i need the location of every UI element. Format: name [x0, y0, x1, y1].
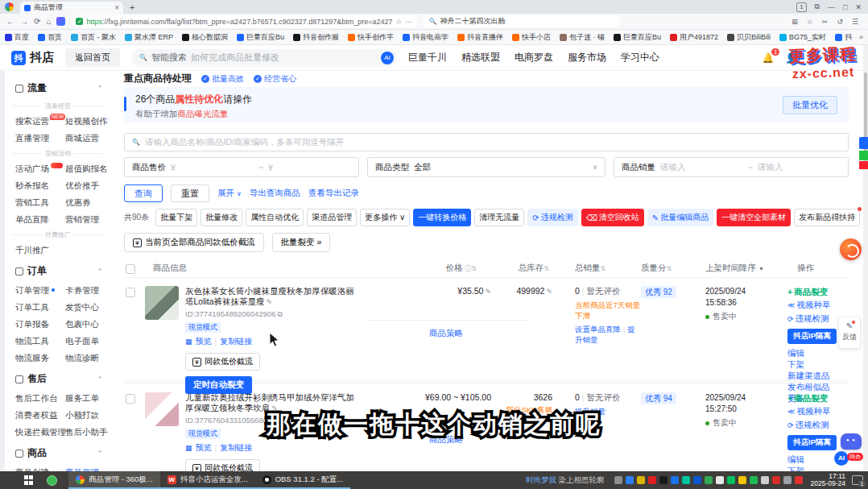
page-scrollbar[interactable]	[863, 45, 868, 471]
history-icon[interactable]: ↺	[837, 18, 843, 26]
reload-icon[interactable]: ⟳	[34, 17, 40, 26]
violation-check-link[interactable]: ⟳违规检测	[787, 419, 849, 432]
header-quality[interactable]: 质量分⇅	[641, 263, 705, 274]
header-listing-time[interactable]: 上架时间降序 ▼	[705, 263, 786, 274]
video-seeding-link[interactable]: ≪视频种草	[787, 299, 849, 312]
sidebar-section-goods[interactable]: 商品 ⌃	[5, 441, 111, 464]
tray-icon[interactable]	[761, 476, 769, 484]
ai-assistant-widget[interactable]: AI 待办	[834, 433, 863, 466]
select-all-checkbox[interactable]	[126, 264, 135, 274]
new-channel-product-link[interactable]: 新建渠道品	[787, 370, 849, 381]
bookmark-star-icon[interactable]: ☆	[395, 18, 402, 26]
taskbar-task[interactable]: 抖音小店运营全攻...	[160, 471, 255, 489]
sidebar-item[interactable]: 发货中心	[65, 299, 111, 316]
sidebar-item[interactable]: 消费者权益	[15, 407, 65, 424]
qr-code-icon[interactable]: ▦	[185, 338, 192, 346]
edit-icon[interactable]: ✎	[485, 288, 491, 296]
screenshot-icon[interactable]: ✂	[822, 18, 829, 26]
sidebar-item[interactable]: 包裹中心	[65, 316, 111, 333]
app-nav-link[interactable]: 精选联盟	[461, 51, 500, 64]
sidebar-item[interactable]: 订单管理	[15, 282, 65, 299]
app-nav-link[interactable]: 巨量千川	[408, 51, 447, 64]
copy-link[interactable]: 复制链接	[220, 336, 252, 347]
sidebar-item[interactable]: 电子面单	[65, 333, 111, 350]
bookmark-item[interactable]: 巨量百应Bu	[237, 32, 284, 43]
toolbar-button[interactable]: 批量修改	[200, 209, 242, 226]
sidebar-item[interactable]: 超值购报名	[65, 160, 111, 177]
sidebar-item[interactable]: 服务工单	[65, 390, 111, 407]
sidebar-item[interactable]: 商品创建	[15, 464, 65, 471]
sidebar-section-traffic[interactable]: 流量 ⌃	[5, 76, 111, 99]
product-image[interactable]	[145, 286, 179, 320]
sidebar-item[interactable]: 搜索运营NEW	[15, 113, 65, 130]
header-stock[interactable]: 总库存⇅	[494, 263, 552, 274]
tab-close-icon[interactable]: ×	[114, 3, 119, 12]
delist-link[interactable]: 下架	[787, 358, 849, 370]
sidebar-item[interactable]: 售后小助手	[65, 424, 111, 441]
tray-icon[interactable]	[614, 476, 622, 484]
back-home-button[interactable]: 返回首页	[65, 48, 120, 67]
bookmark-item[interactable]: 贝贝BiliBili	[727, 32, 771, 43]
bookmark-item[interactable]: 首页 - 聚水	[71, 32, 116, 43]
session-count-badge[interactable]: 1	[796, 2, 806, 12]
tray-icon[interactable]	[795, 476, 803, 484]
apps-grid-icon[interactable]: ⊞	[792, 18, 798, 26]
sidebar-section-aftersale[interactable]: 售后 ⌃	[5, 367, 111, 390]
tray-icon[interactable]	[783, 476, 792, 484]
same-style-low-price-button[interactable]: ¥同款低价截流	[185, 459, 260, 471]
row-checkbox[interactable]	[126, 394, 135, 404]
sidebar-item[interactable]: 千川推广	[15, 242, 65, 259]
taskbar-task[interactable]: 商品管理 - 360极...	[68, 471, 160, 489]
tray-icon[interactable]	[738, 476, 746, 484]
toolbar-button[interactable]: 更多操作 ∨	[360, 209, 410, 226]
bookmark-item[interactable]: 快手小店	[512, 32, 551, 43]
tray-icon[interactable]	[727, 476, 735, 484]
sidebar-item[interactable]: 商品管理	[65, 464, 111, 471]
edit-link[interactable]: 编辑	[787, 347, 849, 358]
edge-widget-blue[interactable]	[859, 137, 868, 149]
app-nav-link[interactable]: 学习中心	[621, 51, 659, 64]
bookmark-item[interactable]: 核心数据洞	[182, 32, 228, 43]
product-title[interactable]: 灰色抹茶女长筒小腿袜显瘦秋冬加厚保暖洛丽塔Lolita裤袜抹茶显瘦✎	[185, 286, 358, 308]
product-image[interactable]	[145, 392, 179, 426]
product-search-input[interactable]: 🔍 请输入商品名称/商品ID/商家编码，多条可用逗号隔开	[124, 133, 849, 151]
sort-icon[interactable]: ⇅	[667, 265, 672, 272]
sort-icon[interactable]: ⇅	[601, 265, 606, 272]
browser-search-query[interactable]: 神舟二十第四次出舱	[440, 16, 505, 27]
expand-link[interactable]: 展开 ∨	[217, 188, 242, 199]
sidebar-item[interactable]: 优惠券	[65, 194, 111, 211]
tray-icon[interactable]	[648, 476, 656, 484]
sidebar-item[interactable]: 物流诊断	[65, 350, 111, 367]
toolbar-button[interactable]: ⌫清空回收站	[581, 209, 644, 226]
split-screen-icon[interactable]: ⧉	[815, 2, 820, 11]
tray-icon[interactable]	[659, 476, 668, 484]
sidebar-item[interactable]: 营销工具	[15, 194, 65, 211]
edit-icon[interactable]: ✎	[546, 288, 552, 296]
bookmark-item[interactable]: 抖音创作服	[293, 32, 339, 43]
bookmark-item[interactable]: 包子迷 · 铺	[560, 32, 605, 43]
app-nav-link[interactable]: 电商罗盘	[515, 51, 553, 64]
export-log-link[interactable]: 查看导出记录	[308, 188, 359, 199]
sales-range-filter[interactable]: 商品销量 请输入 ~ 请输入	[614, 157, 849, 177]
chevron-up-icon[interactable]: ⌃	[97, 450, 103, 458]
start-button-icon[interactable]	[24, 475, 34, 485]
sidebar-item[interactable]: 订单报备	[15, 316, 65, 333]
query-button[interactable]: 查询	[124, 184, 163, 202]
sidebar-item[interactable]: 商城运营	[65, 130, 111, 147]
bookmark-item[interactable]: 抖音电商内	[835, 32, 853, 43]
header-price[interactable]: 价格 ⓘ⇅	[386, 263, 494, 274]
toolbar-button[interactable]: ⟳违规检测	[527, 209, 577, 226]
sidebar-item[interactable]: 快递拦截管理	[15, 424, 65, 441]
notification-center-icon[interactable]: 1	[852, 475, 863, 485]
batch-optimize-button[interactable]: 批量优化	[783, 96, 837, 114]
product-fission-link[interactable]: +商品裂变	[787, 392, 849, 404]
chevron-up-icon[interactable]: ⌃	[97, 375, 103, 383]
toolbar-button[interactable]: ✎批量编辑商品	[647, 209, 713, 226]
preview-link[interactable]: 预览	[196, 442, 212, 454]
bookmark-item[interactable]: 抖音直播伴	[457, 32, 503, 43]
sort-icon[interactable]: ⇅	[544, 265, 549, 272]
set-price-cut-link[interactable]: 设置单品直降	[575, 325, 621, 334]
new-tab-button[interactable]: +	[130, 2, 134, 12]
bookmark-item[interactable]: 抖音电商学	[403, 32, 448, 43]
chevron-up-icon[interactable]: ⌃	[97, 267, 103, 276]
